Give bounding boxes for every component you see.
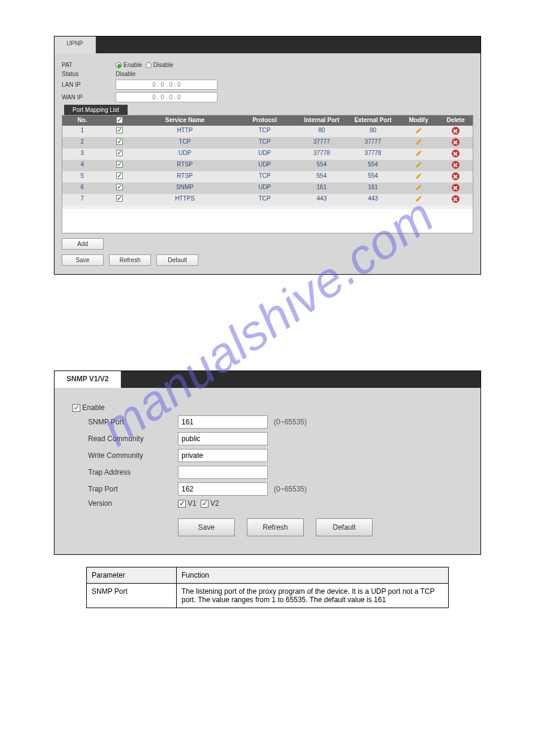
panel-header: UPNP — [55, 37, 480, 53]
row-checkbox[interactable] — [116, 184, 123, 190]
refresh-button[interactable]: Refresh — [109, 254, 151, 266]
read-community-input[interactable] — [178, 432, 268, 445]
delete-icon[interactable] — [452, 138, 460, 146]
th-modify: Modify — [398, 116, 439, 126]
radio-enable-label: Enable — [123, 62, 142, 68]
table-row: 4RTSPUDP554554 — [62, 160, 473, 171]
snmp-port-hint: (0~65535) — [274, 418, 307, 426]
refresh-button[interactable]: Refresh — [247, 518, 304, 536]
th-func: Function — [177, 567, 449, 584]
delete-icon[interactable] — [452, 172, 460, 180]
add-button[interactable]: Add — [62, 238, 104, 250]
radio-enable[interactable] — [116, 62, 122, 68]
radio-disable-label: Disable — [153, 62, 173, 68]
th-param: Parameter — [87, 567, 177, 584]
radio-disable[interactable] — [146, 62, 152, 68]
cell-no: 4 — [62, 160, 102, 171]
cell-eport: 161 — [347, 183, 399, 194]
default-button[interactable]: Default — [156, 254, 198, 266]
trap-port-hint: (0~65535) — [274, 485, 307, 493]
delete-icon[interactable] — [452, 150, 460, 157]
wan-ip-input[interactable]: 0 . 0 . 0 . 0 — [116, 92, 217, 102]
cell-iport: 554 — [296, 171, 347, 183]
label-pat: PAT — [62, 62, 116, 68]
cell-eport: 554 — [347, 171, 399, 183]
label-write: Write Community — [88, 451, 178, 460]
delete-icon[interactable] — [452, 195, 460, 203]
row-checkbox[interactable] — [116, 138, 123, 145]
port-mapping-tab: Port Mapping List — [64, 105, 128, 115]
write-community-input[interactable] — [178, 449, 268, 462]
label-lan: LAN IP — [62, 81, 116, 88]
trap-port-input[interactable] — [178, 482, 268, 496]
row-checkbox[interactable] — [116, 172, 123, 179]
cell-iport: 80 — [296, 126, 347, 137]
snmp-port-input[interactable] — [178, 415, 268, 429]
td-param: SNMP Port — [87, 584, 177, 608]
scroll-hint — [62, 205, 473, 209]
enable-checkbox[interactable] — [72, 404, 80, 412]
cell-no: 5 — [62, 171, 102, 183]
enable-label: Enable — [82, 403, 104, 412]
cell-proto: TCP — [233, 171, 296, 183]
pencil-icon[interactable] — [415, 150, 422, 157]
cell-proto: TCP — [233, 126, 296, 137]
cell-proto: TCP — [233, 194, 296, 205]
pencil-icon[interactable] — [415, 138, 422, 145]
save-button[interactable]: Save — [178, 518, 235, 536]
row-checkbox[interactable] — [116, 195, 123, 202]
pencil-icon[interactable] — [415, 161, 422, 168]
cell-proto: UDP — [233, 148, 296, 160]
cell-proto: UDP — [233, 160, 296, 171]
row-checkbox[interactable] — [116, 161, 123, 168]
default-button[interactable]: Default — [316, 518, 373, 536]
cell-iport: 37778 — [296, 148, 347, 160]
table-row: 6SNMPUDP161161 — [62, 183, 473, 194]
tab-upnp[interactable]: UPNP — [55, 37, 96, 53]
row-checkbox[interactable] — [116, 127, 123, 133]
v1-checkbox[interactable] — [178, 500, 186, 508]
snmp-panel: SNMP V1/V2 Enable SNMP Port (0~65535) Re… — [54, 371, 481, 555]
table-row: 1HTTPTCP8080 — [62, 126, 473, 137]
pencil-icon[interactable] — [415, 184, 422, 191]
pencil-icon[interactable] — [415, 195, 422, 202]
lan-ip-input[interactable]: 0 . 0 . 0 . 0 — [116, 80, 217, 90]
th-check[interactable] — [102, 116, 137, 126]
delete-icon[interactable] — [452, 161, 460, 169]
cell-no: 2 — [62, 137, 102, 148]
table-row: 3UDPUDP3777837778 — [62, 148, 473, 160]
v2-checkbox[interactable] — [201, 500, 208, 508]
port-mapping-table: No. Service Name Protocol Internal Port … — [62, 115, 473, 233]
cell-eport: 37777 — [347, 137, 399, 148]
cell-service: HTTP — [137, 126, 234, 137]
cell-eport: 80 — [347, 126, 399, 137]
trap-address-input[interactable] — [178, 466, 268, 479]
pencil-icon[interactable] — [415, 127, 422, 134]
check-all-icon[interactable] — [116, 117, 123, 123]
pencil-icon[interactable] — [415, 172, 422, 180]
delete-icon[interactable] — [452, 184, 460, 192]
row-checkbox[interactable] — [116, 150, 123, 156]
cell-proto: TCP — [233, 137, 296, 148]
cell-iport: 161 — [296, 183, 347, 194]
cell-service: RTSP — [137, 160, 234, 171]
td-func: The listening port of the proxy program … — [177, 584, 449, 608]
th-eport: External Port — [347, 116, 399, 126]
th-service: Service Name — [137, 116, 234, 126]
save-button[interactable]: Save — [62, 254, 104, 266]
cell-eport: 37778 — [347, 148, 399, 160]
v2-label: V2 — [210, 499, 219, 508]
th-no: No. — [62, 116, 102, 126]
status-value: Disable — [116, 71, 135, 77]
label-version: Version — [88, 499, 178, 508]
cell-service: HTTPS — [137, 194, 234, 205]
delete-icon[interactable] — [452, 127, 460, 135]
label-read: Read Community — [88, 435, 178, 443]
th-proto: Protocol — [233, 116, 296, 126]
cell-service: UDP — [137, 148, 234, 160]
label-trap-port: Trap Port — [88, 485, 178, 493]
tab-snmp[interactable]: SNMP V1/V2 — [55, 371, 121, 388]
table-row: 5RTSPTCP554554 — [62, 171, 473, 183]
label-snmp-port: SNMP Port — [88, 418, 178, 426]
label-trap-addr: Trap Address — [88, 468, 178, 476]
